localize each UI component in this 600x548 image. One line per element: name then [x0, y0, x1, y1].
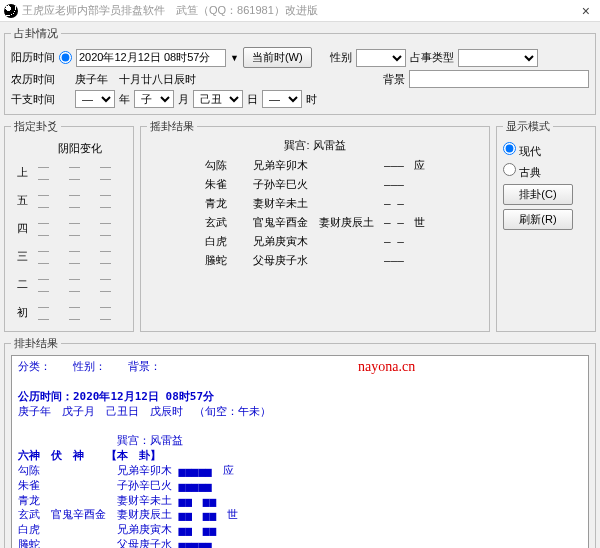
lunar-value: 庚子年 十月廿八日辰时 [75, 72, 196, 87]
yaores-row: 勾陈兄弟辛卯木———应 [201, 157, 429, 174]
type-select[interactable] [458, 49, 538, 67]
palace-name: 巽宫: 风雷益 [147, 138, 483, 153]
yaores-row: 朱雀子孙辛巳火——— [201, 176, 429, 193]
result-section: 排卦结果 nayona.cn 分类： 性别： 背景： 公历时间：2020年12月… [4, 336, 596, 548]
solar-radio[interactable] [59, 51, 72, 64]
yao-row[interactable]: 二— —— —— — [13, 271, 125, 297]
yao-row[interactable]: 五— —— —— — [13, 187, 125, 213]
solar-input[interactable] [76, 49, 226, 67]
gz-year[interactable]: — [75, 90, 115, 108]
ganzhi-label: 干支时间 [11, 92, 55, 107]
refresh-button[interactable]: 刷新(R) [503, 209, 573, 230]
window-title: 王虎应老师内部学员排盘软件 武笪（QQ：861981）改进版 [22, 3, 576, 18]
sex-select[interactable] [356, 49, 406, 67]
sex-label: 性别 [330, 50, 352, 65]
solar-label: 阳历时间 [11, 50, 55, 65]
now-button[interactable]: 当前时(W) [243, 47, 312, 68]
yao-select: 指定卦爻 阴阳变化 上— —— —— —五— —— —— —四— —— —— —… [4, 119, 134, 332]
type-label: 占事类型 [410, 50, 454, 65]
result-line: 勾陈 兄弟辛卯木 ▅▅▅▅▅ 应 [18, 464, 582, 479]
result-line: 玄武 官鬼辛酉金 妻财庚辰土 ▅▅ ▅▅ 世 [18, 508, 582, 523]
result-line: 白虎 兄弟庚寅木 ▅▅ ▅▅ [18, 523, 582, 538]
yaores-row: 螣蛇父母庚子水——— [201, 252, 429, 269]
app-icon [4, 4, 18, 18]
gz-month[interactable]: 子 [134, 90, 174, 108]
gz-hour[interactable]: — [262, 90, 302, 108]
yao-result: 摇卦结果 巽宫: 风雷益 勾陈兄弟辛卯木———应朱雀子孙辛巳火———青龙妻财辛未… [140, 119, 490, 332]
result-line: 青龙 妻财辛未土 ▅▅ ▅▅ [18, 494, 582, 509]
yao-row[interactable]: 三— —— —— — [13, 243, 125, 269]
yaores-row: 青龙妻财辛未土— — [201, 195, 429, 212]
mode-classic[interactable]: 古典 [503, 163, 589, 180]
paigua-button[interactable]: 排卦(C) [503, 184, 573, 205]
watermark: nayona.cn [358, 358, 415, 377]
lunar-label: 农历时间 [11, 72, 55, 87]
yaores-row: 白虎兄弟庚寅木— — [201, 233, 429, 250]
result-text[interactable]: nayona.cn 分类： 性别： 背景： 公历时间：2020年12月12日 0… [11, 355, 589, 548]
display-mode: 显示模式 现代 古典 排卦(C) 刷新(R) [496, 119, 596, 332]
yao-row[interactable]: 四— —— —— — [13, 215, 125, 241]
yaores-row: 玄武官鬼辛酉金 妻财庚辰土— —世 [201, 214, 429, 231]
yao-row[interactable]: 上— —— —— — [13, 159, 125, 185]
legend-info: 占卦情况 [11, 26, 61, 41]
divination-info: 占卦情况 阳历时间 ▼ 当前时(W) 性别 占事类型 农历时间 庚子年 十月廿八… [4, 26, 596, 115]
result-line: 朱雀 子孙辛巳火 ▅▅▅▅▅ [18, 479, 582, 494]
mode-modern[interactable]: 现代 [503, 142, 589, 159]
yao-row[interactable]: 初— —— —— — [13, 299, 125, 325]
gz-day[interactable]: 己丑 [193, 90, 243, 108]
bg-label: 背景 [383, 72, 405, 87]
bg-input[interactable] [409, 70, 589, 88]
close-icon[interactable]: × [576, 3, 596, 19]
result-line: 螣蛇 父母庚子水 ▅▅▅▅▅ [18, 538, 582, 548]
